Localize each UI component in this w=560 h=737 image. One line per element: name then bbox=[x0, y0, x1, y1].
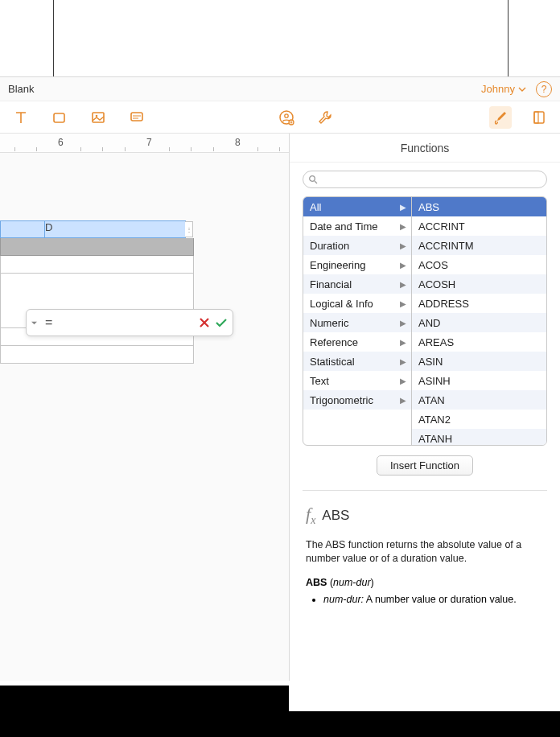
tools-menu[interactable] bbox=[314, 106, 336, 129]
function-search[interactable] bbox=[303, 171, 547, 188]
chevron-down-icon bbox=[518, 85, 526, 93]
arrow-right-icon: ▶ bbox=[400, 222, 406, 231]
media-tool[interactable] bbox=[87, 106, 109, 129]
arrow-right-icon: ▶ bbox=[400, 319, 406, 327]
x-icon bbox=[199, 317, 210, 328]
doc-function-name: ABS bbox=[322, 508, 349, 524]
arrow-right-icon: ▶ bbox=[400, 299, 406, 308]
category-item[interactable]: Engineering▶ bbox=[303, 255, 411, 274]
document-title: Blank bbox=[8, 83, 35, 95]
text-icon bbox=[13, 109, 29, 126]
app-window: Blank Johnny ? bbox=[0, 76, 560, 686]
function-list[interactable]: ABSACCRINTACCRINTMACOSACOSHADDRESSANDARE… bbox=[412, 197, 546, 445]
column-header[interactable]: D ⋮ bbox=[44, 220, 186, 238]
arrow-right-icon: ▶ bbox=[400, 203, 406, 212]
svg-point-2 bbox=[96, 114, 98, 117]
mask bbox=[0, 686, 289, 737]
arrow-right-icon: ▶ bbox=[400, 338, 406, 347]
function-item[interactable]: AND bbox=[412, 313, 546, 332]
function-item[interactable]: ATAN bbox=[412, 390, 546, 410]
function-item[interactable]: ACCRINTM bbox=[412, 236, 546, 255]
function-item[interactable]: ASIN bbox=[412, 352, 546, 371]
doc-description: The ABS function returns the absolute va… bbox=[306, 538, 544, 566]
arrow-right-icon: ▶ bbox=[400, 377, 406, 385]
arrow-right-icon: ▶ bbox=[400, 280, 406, 289]
arrow-right-icon: ▶ bbox=[400, 357, 406, 366]
table[interactable]: D ⋮ bbox=[0, 220, 194, 364]
function-item[interactable]: ACOSH bbox=[412, 274, 546, 294]
function-item[interactable]: ACOS bbox=[412, 255, 546, 274]
collaborate-tool[interactable] bbox=[275, 106, 298, 129]
formula-cancel-button[interactable] bbox=[199, 317, 210, 328]
panel-title: Functions bbox=[290, 134, 560, 163]
category-item[interactable]: Date and Time▶ bbox=[303, 216, 411, 236]
check-icon bbox=[215, 317, 228, 328]
category-list[interactable]: All▶Date and Time▶Duration▶Engineering▶F… bbox=[303, 197, 412, 445]
fx-icon: fx bbox=[306, 504, 315, 527]
insert-function-button[interactable]: Insert Function bbox=[377, 455, 473, 476]
svg-rect-7 bbox=[534, 112, 544, 123]
formula-menu-icon[interactable] bbox=[31, 320, 37, 326]
mask bbox=[289, 711, 560, 737]
format-panel-button[interactable] bbox=[489, 106, 512, 129]
table-row[interactable] bbox=[0, 346, 194, 364]
shape-tool[interactable] bbox=[48, 106, 71, 129]
comment-icon bbox=[129, 109, 145, 126]
svg-point-5 bbox=[285, 113, 288, 117]
help-button[interactable]: ? bbox=[536, 81, 552, 97]
search-input[interactable] bbox=[318, 174, 541, 185]
shape-icon bbox=[51, 109, 68, 126]
arrow-right-icon: ▶ bbox=[400, 241, 406, 250]
image-icon bbox=[90, 109, 106, 126]
search-icon bbox=[308, 175, 318, 184]
formula-input[interactable]: = bbox=[42, 315, 194, 330]
ruler-tick: 7 bbox=[146, 137, 152, 148]
doc-argument: num-dur: A number value or duration valu… bbox=[323, 593, 544, 607]
formula-accept-button[interactable] bbox=[215, 317, 228, 328]
doc-signature: ABS (num-dur) bbox=[306, 577, 544, 588]
svg-rect-3 bbox=[131, 113, 142, 121]
category-item[interactable]: Text▶ bbox=[303, 371, 411, 390]
function-item[interactable]: ATANH bbox=[412, 429, 546, 446]
formula-editor[interactable]: = bbox=[26, 309, 233, 336]
function-doc: fx ABS The ABS function returns the abso… bbox=[290, 491, 560, 607]
svg-point-9 bbox=[310, 176, 315, 182]
category-item[interactable]: Logical & Info▶ bbox=[303, 294, 411, 313]
functions-panel: Functions All▶Date and Time▶Duration▶Eng… bbox=[290, 134, 560, 686]
table-header-row[interactable] bbox=[0, 238, 194, 256]
category-item[interactable]: Duration▶ bbox=[303, 236, 411, 255]
arrow-right-icon: ▶ bbox=[400, 396, 406, 405]
category-item[interactable]: Financial▶ bbox=[303, 274, 411, 294]
user-name: Johnny bbox=[481, 83, 515, 95]
document-panel-button[interactable] bbox=[528, 106, 550, 129]
comment-tool[interactable] bbox=[126, 106, 148, 129]
column-resize-handle[interactable]: ⋮ bbox=[185, 221, 193, 237]
ruler-tick: 8 bbox=[235, 137, 241, 148]
column-label: D bbox=[45, 221, 52, 233]
category-item[interactable]: Trigonometric▶ bbox=[303, 390, 411, 410]
collaborator-button[interactable]: Johnny bbox=[481, 83, 526, 95]
category-item[interactable]: All▶ bbox=[303, 197, 411, 216]
ruler-tick: 6 bbox=[58, 137, 64, 148]
category-item[interactable]: Reference▶ bbox=[303, 332, 411, 352]
function-item[interactable]: ABS bbox=[412, 197, 546, 216]
spreadsheet-area[interactable]: 6 7 8 D ⋮ bbox=[0, 134, 290, 681]
document-icon bbox=[531, 109, 547, 126]
ruler: 6 7 8 bbox=[0, 134, 289, 153]
titlebar: Blank Johnny ? bbox=[0, 77, 560, 101]
category-item[interactable]: Statistical▶ bbox=[303, 352, 411, 371]
text-tool[interactable] bbox=[10, 106, 32, 129]
function-item[interactable]: ACCRINT bbox=[412, 216, 546, 236]
function-browser: All▶Date and Time▶Duration▶Engineering▶F… bbox=[303, 196, 547, 446]
function-item[interactable]: ATAN2 bbox=[412, 410, 546, 429]
category-item[interactable]: Numeric▶ bbox=[303, 313, 411, 332]
wrench-icon bbox=[317, 109, 333, 126]
svg-rect-0 bbox=[54, 113, 64, 122]
people-icon bbox=[278, 109, 295, 126]
toolbar bbox=[0, 101, 560, 134]
function-item[interactable]: ASINH bbox=[412, 371, 546, 390]
function-item[interactable]: AREAS bbox=[412, 332, 546, 352]
arrow-right-icon: ▶ bbox=[400, 261, 406, 270]
function-item[interactable]: ADDRESS bbox=[412, 294, 546, 313]
table-row[interactable] bbox=[0, 256, 194, 274]
